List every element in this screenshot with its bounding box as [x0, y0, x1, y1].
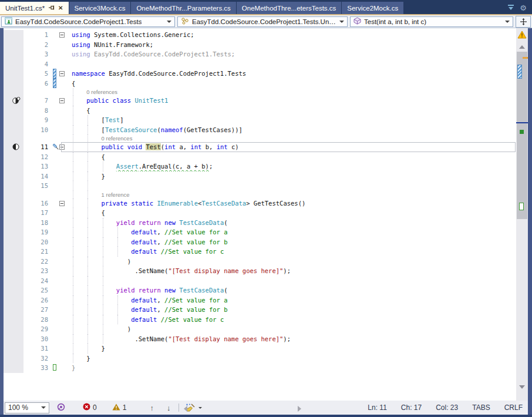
code-line: 9 [Test] [4, 115, 516, 125]
glyph-margin[interactable] [4, 96, 23, 106]
codelens-row: 0 references [4, 88, 516, 96]
code-line: 12 { [4, 152, 516, 162]
glyph-margin[interactable] [4, 115, 23, 125]
glyph-margin[interactable] [4, 162, 23, 171]
document-tab[interactable]: OneMethodThre...etersTests.cs [237, 2, 341, 14]
code-text: Assert.AreEqual(c, a + b); [67, 162, 516, 171]
codelens-text[interactable]: 0 references [67, 134, 516, 142]
glyph-margin[interactable] [4, 266, 23, 276]
gear-icon[interactable]: ⚙ [520, 4, 527, 12]
code-area: 1using System.Collections.Generic;2using… [4, 30, 516, 373]
code-line: 23 .SetName("[Test display name goes her… [4, 266, 516, 276]
hscroll-right-arrow[interactable] [298, 406, 301, 412]
indent-guide [87, 334, 88, 344]
fold-toggle-icon[interactable] [59, 71, 65, 76]
glyph-margin[interactable] [4, 199, 23, 208]
vertical-scrollbar[interactable] [516, 28, 528, 401]
glyph-margin[interactable] [4, 69, 23, 79]
glyph-margin[interactable] [4, 247, 23, 257]
glyph-margin[interactable] [4, 142, 23, 152]
project-dropdown[interactable]: EasyTdd.CodeSource.CodeProject1.Tests [1, 16, 175, 27]
document-health-icon[interactable] [57, 403, 65, 413]
fold-margin [58, 134, 67, 142]
glyph-margin[interactable] [4, 171, 23, 181]
glyph-margin[interactable] [4, 106, 23, 116]
tab-label: Service2Mock.cs [347, 5, 398, 12]
fold-margin [58, 276, 67, 286]
pin-icon[interactable] [48, 5, 55, 12]
glyph-margin[interactable] [4, 334, 23, 344]
code-line: 6{ [4, 79, 516, 89]
codelens-text[interactable]: 1 reference [67, 191, 516, 199]
indent-guide [103, 247, 103, 257]
member-dropdown[interactable]: Test(int a, int b, int c) [350, 16, 513, 27]
document-tab[interactable]: UnitTest1.cs*✕ [0, 2, 69, 14]
glyph-margin[interactable] [4, 237, 23, 247]
code-line: 7 public class UnitTest1 [4, 96, 516, 106]
code-line: 31 } [4, 344, 516, 354]
code-editor[interactable]: 1using System.Collections.Generic;2using… [4, 28, 516, 401]
glyph-margin[interactable] [4, 59, 23, 69]
glyph-margin[interactable] [4, 276, 23, 286]
indent-guide [73, 134, 73, 142]
screwdriver-icon[interactable] [52, 143, 60, 154]
glyph-margin[interactable] [4, 363, 23, 373]
glyph-margin[interactable] [4, 134, 23, 142]
change-tracking-margin [52, 49, 58, 59]
glyph-margin[interactable] [4, 125, 23, 135]
split-window-button[interactable] [516, 16, 531, 28]
close-icon[interactable]: ✕ [58, 5, 63, 11]
line-number [23, 88, 52, 96]
scrollbar-up-arrow[interactable] [519, 45, 525, 49]
glyph-margin[interactable] [4, 257, 23, 267]
glyph-margin[interactable] [4, 191, 23, 199]
glyph-margin[interactable] [4, 88, 23, 96]
error-count-group[interactable]: 0 [83, 403, 97, 412]
glyph-margin[interactable] [4, 354, 23, 364]
glyph-margin[interactable] [4, 315, 23, 325]
glyph-margin[interactable] [4, 49, 23, 59]
indent-guide [73, 344, 73, 354]
type-dropdown[interactable]: EasyTdd.CodeSource.CodeProject1.Tests.Un… [177, 16, 348, 27]
fold-toggle-icon[interactable] [59, 201, 65, 206]
glyph-margin[interactable] [4, 208, 23, 218]
glyph-margin[interactable] [4, 218, 23, 228]
glyph-margin[interactable] [4, 40, 23, 50]
document-tab[interactable]: OneMethodThr...Parameters.cs [131, 2, 235, 14]
code-text: { [67, 79, 516, 89]
code-cleanup-button[interactable] [185, 403, 202, 412]
glyph-margin[interactable] [4, 324, 23, 334]
indent-guide [73, 152, 73, 162]
line-number: 10 [23, 125, 52, 135]
glyph-margin[interactable] [4, 152, 23, 162]
document-tab[interactable]: Service2Mock.cs [342, 2, 403, 14]
code-text: yield return new TestCaseData( [67, 285, 516, 295]
zoom-dropdown[interactable]: 100 % [5, 402, 49, 413]
glyph-margin[interactable] [4, 295, 23, 305]
prev-issue-arrow[interactable]: ↑ [150, 403, 154, 412]
fold-margin [58, 30, 67, 40]
glyph-margin[interactable] [4, 305, 23, 315]
warning-count-group[interactable]: 1 [112, 403, 127, 412]
glyph-margin[interactable] [4, 344, 23, 354]
code-text: default, //Set value for a [67, 227, 516, 237]
warning-badge-icon[interactable] [517, 31, 527, 41]
code-line: 22 ) [4, 257, 516, 267]
glyph-margin[interactable] [4, 30, 23, 40]
class-icon [181, 17, 189, 26]
code-text: } [67, 363, 516, 373]
fold-toggle-icon[interactable] [59, 32, 65, 38]
glyph-margin[interactable] [4, 181, 23, 191]
hscroll-left-arrow[interactable] [184, 406, 187, 412]
scrollbar-down-arrow[interactable] [519, 385, 525, 389]
document-list-icon[interactable] [507, 2, 514, 13]
glyph-margin[interactable] [4, 285, 23, 295]
glyph-margin[interactable] [4, 79, 23, 89]
glyph-margin[interactable] [4, 227, 23, 237]
change-tracking-margin [52, 354, 58, 364]
fold-toggle-icon[interactable] [59, 98, 65, 103]
code-text [67, 276, 516, 286]
codelens-text[interactable]: 0 references [67, 88, 516, 96]
document-tab[interactable]: Service3Mock.cs [69, 2, 131, 14]
next-issue-arrow[interactable]: ↓ [167, 403, 171, 412]
